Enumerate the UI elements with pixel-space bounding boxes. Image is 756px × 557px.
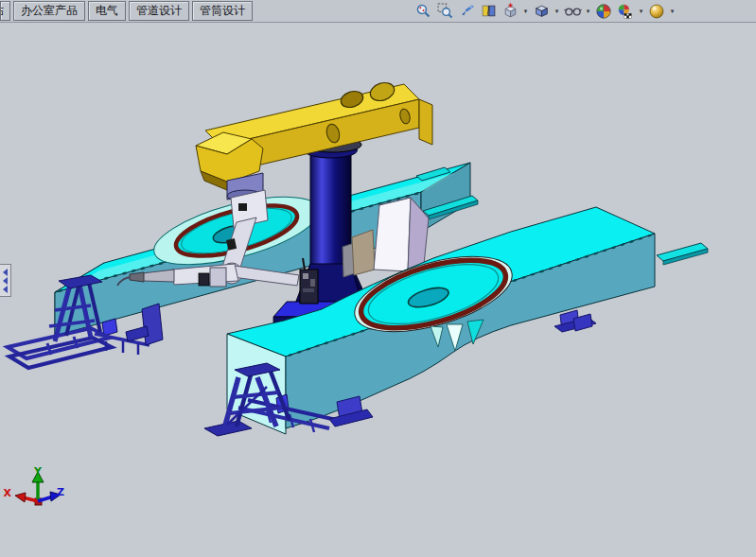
view-orientation-icon[interactable] xyxy=(501,2,519,21)
tab-electrical[interactable]: 电气 xyxy=(88,1,126,21)
triad-z-label: Z xyxy=(57,486,64,498)
torch-nozzle xyxy=(130,272,144,282)
tab-piping-design[interactable]: 管道设计 xyxy=(129,1,189,21)
tab-partial[interactable]: 估 xyxy=(0,1,10,21)
expand-left-icon xyxy=(3,277,8,285)
display-style-dropdown[interactable]: ▾ xyxy=(554,8,560,15)
arm-end-bracket xyxy=(419,99,432,145)
heads-up-view-toolbar: ▾ ▾ ▾ ▾ ▾ xyxy=(413,0,676,22)
triad-x-label: X xyxy=(4,487,12,499)
view-settings-icon[interactable] xyxy=(647,2,666,21)
hide-show-items-dropdown[interactable]: ▾ xyxy=(585,8,591,15)
zoom-to-area-icon[interactable] xyxy=(435,2,454,21)
expand-left-icon xyxy=(3,269,8,276)
graphics-area[interactable]: X Y Z xyxy=(0,23,756,557)
expand-left-icon xyxy=(3,286,8,293)
apply-scene-dropdown[interactable]: ▾ xyxy=(638,8,644,15)
hide-show-items-icon[interactable] xyxy=(563,2,582,21)
section-view-icon[interactable] xyxy=(479,2,498,21)
orientation-triad: X Y Z xyxy=(4,465,64,505)
view-settings-dropdown[interactable]: ▾ xyxy=(669,8,676,15)
zoom-to-fit-icon[interactable] xyxy=(413,2,432,21)
tab-tubing-design[interactable]: 管筒设计 xyxy=(192,1,253,21)
front-beam-right-support[interactable] xyxy=(554,310,596,332)
apply-scene-icon[interactable] xyxy=(616,2,635,21)
triad-y-label: Y xyxy=(33,465,43,478)
fixture-white-face xyxy=(374,198,411,271)
display-style-icon[interactable] xyxy=(532,2,551,21)
robot-wrist xyxy=(210,268,226,287)
fixture-tan-block xyxy=(352,230,375,275)
edit-appearance-icon[interactable] xyxy=(594,2,613,21)
previous-view-icon[interactable] xyxy=(457,2,476,21)
tab-office-products[interactable]: 办公室产品 xyxy=(13,1,85,21)
viewport-3d[interactable]: X Y Z xyxy=(0,23,756,557)
solidworks-window: 估 办公室产品 电气 管道设计 管筒设计 ▾ xyxy=(0,0,756,557)
command-tabs: 估 办公室产品 电气 管道设计 管筒设计 xyxy=(0,0,253,22)
view-orientation-dropdown[interactable]: ▾ xyxy=(522,8,529,15)
command-manager-toolbar: 估 办公室产品 电气 管道设计 管筒设计 ▾ xyxy=(0,0,756,23)
panel-expander[interactable] xyxy=(0,264,11,297)
